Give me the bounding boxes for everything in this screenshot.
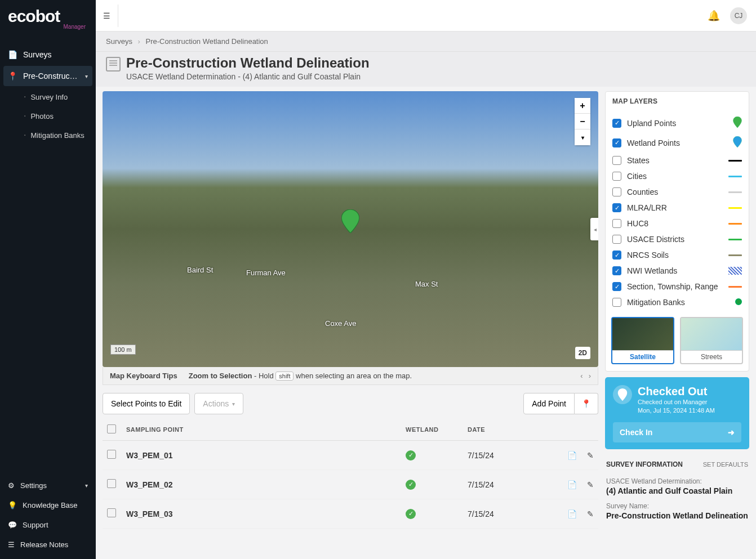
layer-toggle[interactable]: States (606, 153, 749, 168)
map-view[interactable]: Baird St Furman Ave Max St Coxe Ave Cart… (103, 91, 598, 367)
user-avatar[interactable]: CJ (730, 7, 747, 24)
breadcrumb-root[interactable]: Surveys (106, 37, 132, 46)
map-marker[interactable] (341, 209, 359, 235)
basemap-satellite[interactable]: Satellite (611, 317, 674, 364)
checkout-when: Mon, Jul 15, 2024 11:48 AM (638, 406, 715, 415)
layer-label: Upland Points (627, 119, 676, 128)
determination-value: (4) Atlantic and Gulf Coastal Plain (606, 486, 732, 495)
add-point-locate-button[interactable]: 📍 (575, 393, 598, 414)
nav-settings[interactable]: ⚙Settings▾ (0, 476, 96, 495)
layer-toggle[interactable]: USACE Districts (606, 231, 749, 247)
nav-mitigation-banks[interactable]: Mitigation Banks (16, 126, 96, 145)
layer-toggle[interactable]: ✓ MLRA/LRR (606, 200, 749, 216)
layer-checkbox[interactable] (612, 219, 621, 228)
points-toolbar: Select Points to Edit Actions ▾ Add Poin… (103, 393, 598, 414)
layer-checkbox[interactable]: ✓ (612, 251, 621, 260)
point-date: 7/15/24 (463, 499, 542, 529)
wetland-status: ✓ (401, 470, 463, 499)
table-row[interactable]: W3_PEM_02 ✓ 7/15/24 📄 ✎ (103, 470, 598, 499)
layer-checkbox[interactable]: ✓ (612, 203, 621, 212)
street-label: Furman Ave (246, 269, 286, 277)
col-date[interactable]: Date (463, 419, 542, 441)
nav-support[interactable]: 💬Support (0, 515, 96, 535)
tilt-button[interactable]: ▾ (575, 129, 590, 145)
add-point-button[interactable]: Add Point (523, 393, 575, 414)
toggle-2d-button[interactable]: 2D (575, 347, 590, 359)
nav-knowledge-base[interactable]: 💡Knowledge Base (0, 495, 96, 515)
row-checkbox[interactable] (107, 508, 116, 517)
check-in-button[interactable]: Check In ➜ (613, 422, 741, 442)
street-label: Coxe Ave (325, 319, 356, 328)
layer-toggle[interactable]: ✓ NWI Wetlands (606, 263, 749, 279)
layer-label: Cities (627, 172, 647, 181)
map-keyboard-tips[interactable]: Map Keyboard Tips (110, 372, 177, 380)
export-pdf-button[interactable]: 📄 (567, 451, 577, 460)
layer-checkbox[interactable] (612, 235, 621, 244)
pin-icon: 📍 (8, 71, 17, 81)
nav-release-notes[interactable]: ☰Release Notes (0, 535, 96, 554)
nav-current-survey[interactable]: 📍 Pre-Constructio… ▾ (3, 66, 92, 86)
table-row[interactable]: W3_PEM_03 ✓ 7/15/24 📄 ✎ (103, 499, 598, 529)
bell-icon: 🔔 (708, 10, 720, 21)
table-row[interactable]: W3_PEM_01 ✓ 7/15/24 📄 ✎ (103, 441, 598, 470)
actions-dropdown[interactable]: Actions ▾ (194, 393, 243, 414)
col-wetland[interactable]: Wetland (401, 419, 463, 441)
row-checkbox[interactable] (107, 450, 116, 459)
nav-survey-info[interactable]: Survey Info (16, 87, 96, 106)
edit-button[interactable]: ✎ (587, 451, 594, 460)
notifications-button[interactable]: 🔔 (708, 10, 720, 22)
basemap-thumb (612, 318, 673, 351)
layer-toggle[interactable]: ✓ Section, Township, Range (606, 279, 749, 294)
basemap-streets[interactable]: Streets (680, 317, 743, 364)
page-header: Pre-Construction Wetland Delineation USA… (96, 52, 756, 87)
layer-checkbox[interactable]: ✓ (612, 266, 621, 275)
layer-label: States (627, 156, 650, 165)
hamburger-icon: ☰ (103, 11, 110, 20)
layer-label: USACE Districts (627, 235, 684, 244)
layer-checkbox[interactable]: ✓ (612, 119, 621, 128)
panel-collapse-handle[interactable]: ◂ (590, 218, 598, 240)
zoom-out-button[interactable]: − (575, 114, 590, 129)
layer-checkbox[interactable]: ✓ (612, 138, 621, 147)
layer-toggle[interactable]: HUC8 (606, 216, 749, 231)
layer-label: NRCS Soils (627, 251, 669, 260)
edit-button[interactable]: ✎ (587, 509, 594, 518)
export-pdf-button[interactable]: 📄 (567, 509, 577, 518)
layer-checkbox[interactable] (612, 187, 621, 196)
select-points-button[interactable]: Select Points to Edit (103, 393, 190, 414)
tip-prev[interactable]: ‹ (580, 372, 582, 380)
layer-toggle[interactable]: ✓ NRCS Soils (606, 247, 749, 263)
select-all-checkbox[interactable] (107, 424, 116, 433)
row-checkbox[interactable] (107, 479, 116, 488)
check-icon: ✓ (406, 480, 416, 490)
col-sampling-point[interactable]: Sampling Point (122, 419, 401, 441)
set-defaults-link[interactable]: SET DEFAULTS (703, 461, 748, 468)
layer-swatch (728, 191, 742, 193)
street-label: Max St (415, 280, 438, 288)
layer-toggle[interactable]: Counties (606, 184, 749, 200)
layer-toggle[interactable]: Mitigation Banks (606, 294, 749, 310)
layer-checkbox[interactable]: ✓ (612, 282, 621, 291)
nav-photos[interactable]: Photos (16, 106, 96, 126)
layer-toggle[interactable]: ✓ Upland Points (606, 113, 749, 133)
layer-label: HUC8 (627, 219, 648, 228)
point-name: W3_PEM_01 (122, 441, 401, 470)
layer-checkbox[interactable] (612, 156, 621, 165)
layer-checkbox[interactable] (612, 172, 621, 181)
layer-checkbox[interactable] (612, 298, 621, 307)
zoom-in-button[interactable]: + (575, 98, 590, 114)
nav-subitems: Survey Info Photos Mitigation Banks (0, 87, 96, 145)
edit-button[interactable]: ✎ (587, 480, 594, 489)
export-pdf-button[interactable]: 📄 (567, 480, 577, 489)
bulb-icon: 💡 (8, 501, 17, 509)
layer-toggle[interactable]: Cities (606, 168, 749, 184)
sidebar-toggle[interactable]: ☰ (96, 5, 118, 27)
tip-next[interactable]: › (589, 372, 591, 380)
layer-swatch (728, 267, 742, 275)
nav-surveys[interactable]: 📄 Surveys (0, 44, 96, 65)
page-subtitle: USACE Wetland Determination - (4) Atlant… (126, 72, 370, 81)
primary-nav: 📄 Surveys 📍 Pre-Constructio… ▾ Survey In… (0, 44, 96, 476)
basemap-thumb (681, 318, 742, 351)
layer-toggle[interactable]: ✓ Wetland Points (606, 133, 749, 153)
map-tips-bar: Map Keyboard Tips Zoom to Selection - Ho… (103, 367, 598, 385)
